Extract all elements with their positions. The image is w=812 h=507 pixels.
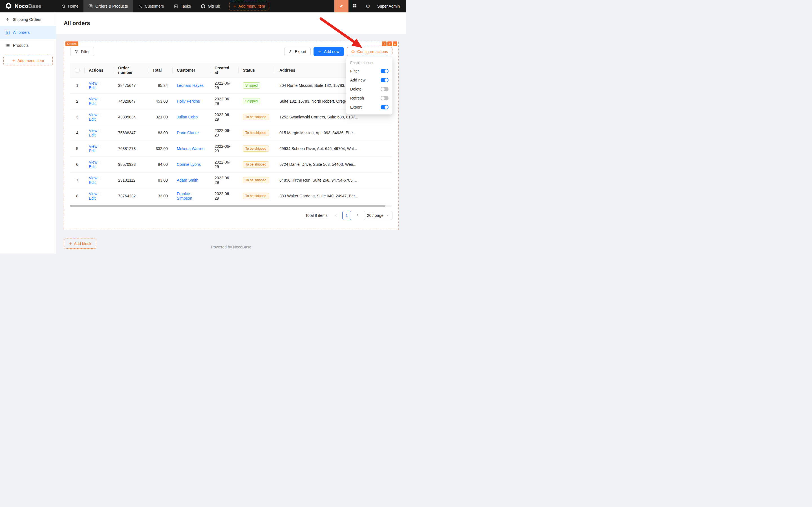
- row-index: 2: [70, 93, 84, 109]
- prev-page-button[interactable]: [332, 211, 340, 220]
- nav-item-tasks[interactable]: Tasks: [169, 0, 196, 12]
- sidebar-add-menu-item-button[interactable]: Add menu item: [3, 56, 53, 65]
- customer-link[interactable]: Julian Cobb: [177, 115, 198, 119]
- toggle-switch[interactable]: [381, 96, 389, 100]
- next-page-button[interactable]: [354, 211, 361, 220]
- page-1-button[interactable]: 1: [342, 211, 351, 220]
- customers-icon: [138, 4, 142, 8]
- settings-button[interactable]: ⚙: [361, 0, 374, 12]
- view-link[interactable]: View: [89, 160, 97, 164]
- ui-editor-button[interactable]: [334, 0, 348, 12]
- block-tag: Orders: [65, 42, 78, 46]
- export-button[interactable]: Export: [284, 47, 311, 56]
- toggle-switch[interactable]: [381, 105, 389, 109]
- horizontal-scrollbar: [70, 205, 392, 207]
- nav-item-customers[interactable]: Customers: [133, 0, 169, 12]
- created-at-cell: 2022-06-29: [210, 109, 238, 125]
- orders-list-icon: [6, 31, 10, 35]
- add-new-button[interactable]: Add new: [313, 47, 344, 56]
- page-size-select[interactable]: 20 / page: [364, 211, 393, 220]
- edit-link[interactable]: Edit: [89, 133, 96, 137]
- select-all-cell: [70, 63, 84, 77]
- block-add-icon[interactable]: +: [382, 42, 387, 46]
- toggle-switch[interactable]: [381, 78, 389, 82]
- view-link[interactable]: View: [89, 176, 97, 180]
- nav-item-orders-products[interactable]: Orders & Products: [83, 0, 133, 12]
- scrollbar-thumb[interactable]: [70, 205, 386, 207]
- filter-button[interactable]: Filter: [70, 47, 94, 56]
- view-link[interactable]: View: [89, 144, 97, 149]
- grid-icon: [353, 4, 357, 9]
- enable-actions-dropdown: Enable actions FilterAdd newDeleteRefres…: [346, 57, 393, 114]
- status-cell: To be shipped: [238, 141, 275, 157]
- edit-link[interactable]: Edit: [89, 149, 96, 153]
- configure-actions-label: Configure actions: [357, 49, 388, 54]
- plugin-manager-button[interactable]: [348, 0, 361, 12]
- view-link[interactable]: View: [89, 97, 97, 101]
- enable-action-filter[interactable]: Filter: [350, 66, 389, 75]
- nav-item-github[interactable]: GitHub: [196, 0, 225, 12]
- plus-icon: [318, 50, 322, 54]
- row-index: 8: [70, 188, 84, 204]
- table-header-row: ActionsOrder numberTotalCustomerCreated …: [70, 63, 392, 77]
- created-at-cell: 2022-06-29: [210, 77, 238, 93]
- enable-action-export[interactable]: Export: [350, 103, 389, 112]
- created-at-cell: 2022-06-29: [210, 141, 238, 157]
- pagination-total: Total 8 items: [305, 213, 328, 218]
- gear-icon: ⚙: [366, 4, 370, 9]
- status-badge: To be shipped: [243, 177, 269, 183]
- nav-item-home[interactable]: Home: [56, 0, 83, 12]
- edit-link[interactable]: Edit: [89, 180, 96, 185]
- view-link[interactable]: View: [89, 81, 97, 86]
- customer-link[interactable]: Darin Clarke: [177, 130, 199, 135]
- sidebar-item-all-orders[interactable]: All orders: [0, 26, 56, 39]
- edit-link[interactable]: Edit: [89, 164, 96, 169]
- nocobase-logo-icon: [5, 2, 12, 10]
- enable-action-add-new[interactable]: Add new: [350, 75, 389, 84]
- page-title: All orders: [64, 20, 90, 26]
- add-new-button-label: Add new: [324, 49, 339, 54]
- customer-link[interactable]: Leonard Hayes: [177, 83, 204, 88]
- edit-link[interactable]: Edit: [89, 117, 96, 121]
- total-cell: 321.00: [148, 109, 172, 125]
- customer-cell: Frankie Simpson: [172, 188, 210, 204]
- customer-link[interactable]: Melinda Warren: [177, 146, 205, 151]
- table-row: 3ViewEdit43895834321.00Julian Cobb2022-0…: [70, 109, 392, 125]
- export-icon: [289, 50, 293, 54]
- enable-action-delete[interactable]: Delete: [350, 84, 389, 94]
- order-number-cell: 23132112: [114, 172, 148, 188]
- top-navbar: NocoBase HomeOrders & ProductsCustomersT…: [0, 0, 406, 12]
- view-link[interactable]: View: [89, 128, 97, 133]
- toggle-switch[interactable]: [381, 69, 389, 73]
- status-badge: Shipped: [243, 82, 260, 89]
- brand[interactable]: NocoBase: [0, 2, 56, 10]
- block-insert-icon[interactable]: +: [387, 42, 392, 46]
- edit-link[interactable]: Edit: [89, 196, 96, 201]
- customer-link[interactable]: Connie Lyons: [177, 162, 201, 167]
- customer-link[interactable]: Frankie Simpson: [177, 191, 192, 201]
- enable-action-refresh[interactable]: Refresh: [350, 94, 389, 103]
- sidebar-item-shipping-orders[interactable]: Shipping Orders: [0, 13, 56, 26]
- sidebar-item-products[interactable]: Products: [0, 39, 56, 52]
- customer-cell: Holly Perkins: [172, 93, 210, 109]
- address-cell: 383 Walter Gardens, Suite 040, 24947, Be…: [275, 188, 392, 204]
- status-cell: To be shipped: [238, 172, 275, 188]
- view-link[interactable]: View: [89, 113, 97, 117]
- customer-link[interactable]: Holly Perkins: [177, 99, 200, 104]
- row-actions: ViewEdit: [84, 157, 114, 172]
- row-index: 5: [70, 141, 84, 157]
- select-all-checkbox[interactable]: [75, 68, 79, 72]
- toggle-switch[interactable]: [381, 87, 389, 91]
- edit-link[interactable]: Edit: [89, 86, 96, 90]
- view-link[interactable]: View: [89, 191, 97, 196]
- customer-link[interactable]: Adam Smith: [177, 178, 198, 182]
- navbar-add-menu-item-button[interactable]: Add menu item: [229, 2, 269, 10]
- user-menu[interactable]: Super Admin: [374, 4, 406, 8]
- block-drag-icon[interactable]: ≡: [393, 42, 397, 46]
- edit-link[interactable]: Edit: [89, 101, 96, 106]
- column-header-status: Status: [238, 63, 275, 77]
- configure-actions-button[interactable]: ⚙ Configure actions: [347, 47, 393, 56]
- arrow-up-icon: [6, 17, 10, 21]
- status-badge: To be shipped: [243, 161, 269, 168]
- table-row: 8ViewEdit7376423233.00Frankie Simpson202…: [70, 188, 392, 204]
